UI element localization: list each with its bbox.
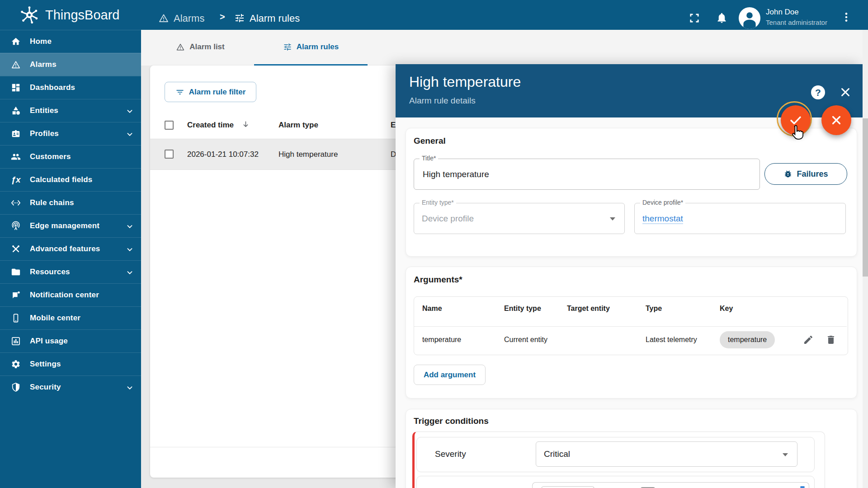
arg-cell-type: Latest telemetry [646, 336, 697, 344]
cell-alarm-type: High temperature [278, 150, 338, 159]
sidebar-item-label: Home [30, 37, 52, 46]
kebab-menu-icon[interactable] [840, 11, 853, 23]
column-header-created-time[interactable]: Created time [187, 121, 234, 130]
tune-icon [283, 42, 292, 52]
delete-argument-icon[interactable] [826, 334, 836, 347]
sidebar-item-advanced-features[interactable]: Advanced features [0, 237, 141, 260]
dropdown-caret-icon [783, 453, 788, 456]
api-usage-icon [11, 336, 21, 346]
sidebar-item-label: Advanced features [30, 244, 100, 253]
arg-col-entity-type: Entity type [504, 305, 541, 313]
sidebar-item-profiles[interactable]: Profiles [0, 122, 141, 145]
sidebar-item-label: Mobile center [30, 314, 80, 323]
column-header-clipped[interactable]: E [391, 121, 396, 130]
profiles-icon [11, 129, 21, 139]
device-profile-link[interactable]: thermostat [642, 213, 683, 224]
alarm-rule-filter-button[interactable]: Alarm rule filter [165, 82, 256, 102]
entity-type-value: Device profile [422, 214, 474, 224]
fullscreen-icon[interactable] [688, 12, 701, 24]
sidebar-item-rule-chains[interactable]: Rule chains [0, 191, 141, 214]
help-icon[interactable]: ? [811, 85, 825, 99]
customers-icon [11, 152, 21, 162]
key-chip: temperature [720, 331, 775, 348]
notification-center-icon [11, 290, 21, 300]
bug-icon [783, 169, 793, 178]
alarms-breadcrumb-icon [158, 13, 169, 23]
sidebar-item-label: Alarms [30, 60, 57, 69]
select-all-checkbox[interactable] [165, 121, 174, 130]
dropdown-caret-icon [610, 217, 615, 221]
sidebar-item-alarms[interactable]: Alarms [0, 53, 141, 76]
entity-type-select[interactable]: Entity type* Device profile [414, 203, 625, 234]
mobile-center-icon [11, 313, 21, 323]
sidebar-item-entities[interactable]: Entities [0, 99, 141, 122]
sidebar-item-dashboards[interactable]: Dashboards [0, 76, 141, 99]
device-profile-field[interactable]: Device profile* thermostat [634, 203, 846, 234]
severity-select[interactable]: Critical [536, 441, 797, 467]
add-argument-label: Add argument [424, 371, 476, 380]
chevron-down-icon [125, 106, 134, 115]
sidebar-item-label: API usage [30, 337, 68, 346]
row-checkbox[interactable] [165, 150, 174, 159]
sidebar-item-settings[interactable]: Settings [0, 352, 141, 375]
active-tab-underline [254, 64, 368, 66]
tab-alarm-rules[interactable]: Alarm rules [254, 30, 368, 64]
failures-button[interactable]: Failures [764, 163, 847, 185]
sidebar-item-resources[interactable]: Resources [0, 260, 141, 283]
sidebar-item-edge-management[interactable]: Edge management [0, 214, 141, 237]
top-bar: ThingsBoard Alarms > Alarm rules John Do… [0, 0, 868, 30]
app-title: ThingsBoard [45, 8, 119, 23]
thingsboard-logo[interactable] [19, 5, 40, 25]
arg-cell-entity-type: Current entity [504, 336, 547, 344]
sidebar-item-mobile-center[interactable]: Mobile center [0, 306, 141, 329]
sidebar-item-customers[interactable]: Customers [0, 145, 141, 168]
home-icon [11, 37, 21, 47]
check-icon [788, 113, 803, 127]
edit-argument-icon[interactable] [803, 334, 814, 347]
function-icon: ƒx [11, 175, 21, 185]
sidebar: Home Alarms Dashboards Entities Profiles… [0, 30, 141, 488]
title-field[interactable]: Title* [414, 159, 760, 190]
add-argument-button[interactable]: Add argument [414, 365, 486, 385]
advanced-features-icon [11, 244, 21, 254]
sort-desc-icon[interactable] [241, 120, 250, 131]
avatar[interactable] [739, 7, 760, 29]
close-panel-icon[interactable] [839, 85, 852, 99]
sidebar-item-home[interactable]: Home [0, 30, 141, 53]
tab-strip [141, 30, 868, 66]
sidebar-item-label: Edge management [30, 221, 99, 230]
arg-cell-name: temperature [422, 336, 461, 344]
arg-col-target-entity: Target entity [567, 305, 610, 313]
sidebar-item-calculated-fields[interactable]: ƒx Calculated fields [0, 168, 141, 191]
breadcrumb-section[interactable]: Alarms [174, 13, 204, 24]
entities-icon [11, 106, 21, 116]
sidebar-item-label: Rule chains [30, 198, 74, 207]
edge-management-icon [11, 221, 21, 231]
sidebar-item-security[interactable]: Security [0, 375, 141, 399]
sidebar-item-label: Customers [30, 152, 71, 161]
notifications-bell-icon[interactable] [716, 12, 728, 24]
breadcrumb-page[interactable]: Alarm rules [250, 13, 300, 24]
breadcrumb-separator: > [220, 12, 225, 22]
tab-label: Alarm rules [297, 42, 339, 52]
device-profile-label: Device profile* [640, 199, 685, 206]
security-shield-icon [11, 382, 21, 392]
scrollbar-thumb[interactable] [863, 118, 868, 277]
dashboards-icon [11, 83, 21, 93]
sidebar-item-notification-center[interactable]: Notification center [0, 283, 141, 306]
severity-label: Severity [435, 449, 466, 459]
alarms-warning-icon [11, 60, 21, 70]
condition-field-stub[interactable] [541, 486, 594, 488]
filter-button-label: Alarm rule filter [189, 88, 246, 97]
arguments-header-divider [414, 326, 847, 327]
title-input[interactable] [422, 169, 734, 180]
cell-created-time: 2026-01-21 10:07:32 [187, 150, 259, 159]
arg-col-type: Type [646, 305, 662, 313]
tab-alarm-list[interactable]: Alarm list [166, 30, 234, 64]
general-card [406, 128, 857, 257]
discard-changes-fab[interactable] [821, 105, 851, 135]
sidebar-item-api-usage[interactable]: API usage [0, 329, 141, 352]
close-icon [830, 113, 843, 127]
apply-changes-fab[interactable] [781, 105, 811, 135]
column-header-alarm-type[interactable]: Alarm type [278, 121, 318, 130]
